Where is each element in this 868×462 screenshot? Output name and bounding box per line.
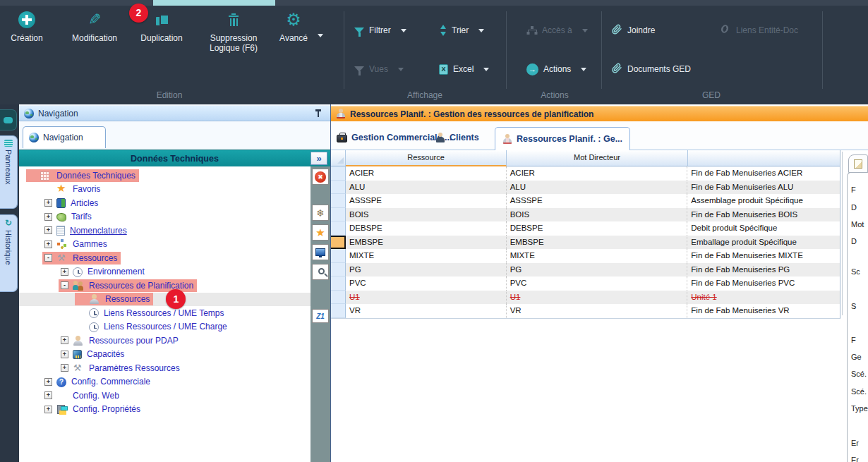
filtrer-button[interactable]: Filtrer [354,23,406,38]
sidebar-tab-panneaux[interactable]: Panneaux [0,135,18,209]
modification-button[interactable]: ✎ Modification [64,10,126,43]
table-cell[interactable]: EMBSPE [507,236,688,250]
table-cell[interactable]: DEBSPE [507,221,688,236]
tree-item-label[interactable]: Environnement [86,267,146,276]
column-header-ressource[interactable]: Ressource [346,150,507,166]
column-header-mot-directeur[interactable]: Mot Directeur [507,150,688,166]
table-cell[interactable]: PVC [346,276,507,291]
freeze-button[interactable] [312,205,329,221]
table-cell[interactable]: ASSSPE [507,194,688,208]
table-cell[interactable]: Debit produit Spécifique [687,221,840,236]
tree-item-label[interactable]: Ressources [71,253,119,263]
table-cell[interactable]: U1 [507,291,688,305]
vues-button[interactable]: Vues [354,61,404,77]
tree-item[interactable]: Favoris [19,183,311,197]
tree-item-label[interactable]: Liens Ressources / UME Charge [102,322,229,332]
display-button[interactable] [312,244,329,260]
tree-item[interactable]: Données Techniques [19,169,311,183]
tab-gestion-commerciale[interactable]: Gestion Commerciale ... [337,128,452,147]
tree-item[interactable]: -Ressources de Planification [19,279,311,293]
table-cell[interactable]: PG [346,263,507,277]
tree-item[interactable]: +Tarifs [19,210,311,224]
table-cell[interactable]: VR [507,304,688,318]
row-selector[interactable] [331,304,346,318]
tree-expander-icon[interactable]: + [44,241,52,248]
tab-ressources-planif[interactable]: Ressources Planif. : Ge... [495,127,630,150]
table-cell[interactable]: BOIS [346,208,507,222]
table-row[interactable]: EMBSPEEMBSPEEmballage produit Spécifique [331,236,840,250]
table-cell[interactable]: ALU [507,181,688,195]
table-cell[interactable]: Unité 1 [687,291,840,305]
tree-item[interactable]: +Gammes [19,238,311,252]
row-selector[interactable] [331,221,346,236]
tree-expander-icon[interactable]: + [44,391,52,399]
tab-navigation[interactable]: Navigation [23,126,106,148]
tree-item-label[interactable]: Paramètres Ressources [88,363,181,373]
tree-expander-icon[interactable]: + [61,351,68,358]
row-selector[interactable] [331,208,346,222]
tree-item[interactable]: +Config. Commerciale [19,375,311,389]
table-cell[interactable]: Assemblage produit Spécifique [687,194,840,208]
table-cell[interactable]: PVC [507,276,688,291]
row-selector[interactable] [331,249,346,263]
tree-expander-icon[interactable]: + [44,213,52,221]
tree-expander-icon[interactable]: + [44,378,52,386]
sidebar-tab-historique[interactable]: ↻ Historique [0,214,18,292]
table-row[interactable]: ASSSPEASSSPEAssemblage produit Spécifiqu… [331,194,840,208]
table-cell[interactable]: VR [346,304,507,318]
chevron-down-icon[interactable] [581,68,586,71]
tree-item[interactable]: +Nomenclatures [19,224,311,238]
grid-corner-cell[interactable] [331,150,346,166]
table-cell[interactable]: Fin de Fab Menuiseries MIXTE [687,249,840,263]
tree-item-label[interactable]: Ressources pour PDAP [88,336,180,346]
tree-item[interactable]: +Environnement [19,265,311,279]
side-panel-tab[interactable] [848,154,868,173]
tree-item-label[interactable]: Config. Commerciale [70,377,152,387]
table-cell[interactable]: Fin de Fab Menuiseries PG [687,263,840,277]
table-row[interactable]: DEBSPEDEBSPEDebit produit Spécifique [331,221,840,236]
tree-item[interactable]: +Articles [19,196,311,210]
chevron-down-icon[interactable] [401,29,406,32]
trier-button[interactable]: Trier [440,23,484,38]
tree-expander-icon[interactable]: + [44,226,52,234]
table-row[interactable]: MIXTEMIXTEFin de Fab Menuiseries MIXTE [331,249,840,263]
creation-button[interactable]: Création [4,10,49,43]
tree-item[interactable]: Liens Ressources / UME Temps [19,306,311,320]
tree-item-label[interactable]: Config. Web [71,391,121,401]
acces-a-button[interactable]: Accès à [526,23,588,38]
tree-item-label[interactable]: Gammes [71,239,109,249]
actions-button[interactable]: Actions [526,61,586,77]
table-cell[interactable]: Fin de Fab Menuiseries ALU [687,181,840,195]
table-cell[interactable]: Fin de Fab Menuiseries BOIS [687,208,840,222]
avance-button[interactable]: ⚙ Avancé [274,10,313,43]
tree-item[interactable]: +Paramètres Ressources [19,361,311,375]
row-selector[interactable] [331,194,346,208]
tree-expander-icon[interactable]: + [61,268,68,276]
tree-expander-icon[interactable]: + [61,336,68,344]
tree-item[interactable]: -Ressources [19,251,311,265]
tree-item-label[interactable]: Nomenclatures [68,226,128,236]
tree-item-label[interactable]: Tarifs [70,212,93,221]
tree-item[interactable]: +Config. Web [19,389,311,403]
tree-item[interactable]: +Capacités [19,348,311,362]
tree-item-label[interactable]: Données Techniques [55,171,137,181]
column-header-designation[interactable] [688,150,840,166]
table-cell[interactable]: ACIER [346,166,507,181]
table-cell[interactable]: Fin de Fab Menuiseries VR [687,304,840,318]
tree-item[interactable]: Ressources1 [19,293,311,307]
row-selector[interactable] [331,276,346,291]
tree-item[interactable]: +Config. Propriétés [19,403,311,417]
tree-expander-icon[interactable]: + [44,406,52,413]
table-cell[interactable]: ASSSPE [346,194,507,208]
table-cell[interactable]: U1 [346,291,507,305]
liens-entite-doc-button[interactable]: Liens Entité-Doc [718,23,798,38]
avance-dropdown-button[interactable] [318,37,323,50]
search-button[interactable] [312,264,329,280]
table-cell[interactable]: Fin de Fab Menuiseries PVC [687,276,840,291]
table-row[interactable]: ACIERACIERFin de Fab Menuiseries ACIER [331,166,840,181]
joindre-button[interactable]: Joindre [611,23,655,38]
favorites-button[interactable] [312,224,329,241]
tree-item-label[interactable]: Liens Ressources / UME Temps [102,308,226,318]
table-cell[interactable]: EMBSPE [346,236,507,250]
suppression-logique-button[interactable]: Suppression Logique (F6) [200,10,267,53]
